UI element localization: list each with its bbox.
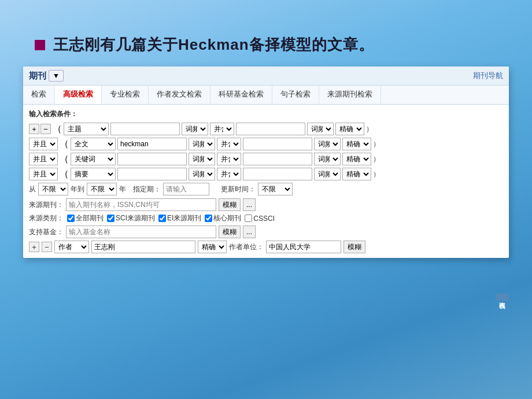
row4-freq1-select[interactable]: 词频: [189, 168, 215, 180]
unit-fuzzy-button[interactable]: 模糊: [343, 241, 365, 253]
source-type-row: 来源类别： 全部期刊 SCI来源期刊 EI来源期刊 核心期刊 CSSCI: [29, 213, 503, 223]
to-label: 年到: [71, 184, 84, 194]
row1-add-button[interactable]: +: [29, 124, 39, 134]
fund-more-button[interactable]: ...: [243, 226, 256, 238]
row4-open-paren: （: [60, 168, 69, 180]
tab-fund[interactable]: 科研基金检索: [210, 86, 272, 104]
update-time-select[interactable]: 不限一周内一月内一年内: [258, 183, 293, 195]
checkbox-sci-input[interactable]: [107, 215, 114, 222]
tab-author[interactable]: 作者发文检索: [149, 86, 210, 104]
search-row-3: 并且或者不含 （ 关键词主题题名摘要全文 词频 并含或含不含 词频 精确模糊 ）: [29, 153, 503, 165]
row1-freq1-select[interactable]: 词频: [182, 123, 208, 135]
row4-op-select[interactable]: 并含或含不含: [217, 168, 241, 180]
from-year-select[interactable]: 不限202420232022: [38, 183, 68, 195]
row1-keyword2-input[interactable]: [236, 123, 305, 135]
date-filter-row: 从 不限202420232022 年到 不限202420232022 年 指定期…: [29, 183, 503, 195]
row2-field-select[interactable]: 全文主题题名关键词摘要: [71, 138, 116, 150]
checkbox-all-journals-input[interactable]: [67, 215, 75, 222]
title-text: 王志刚有几篇关于Heckman备择模型的文章。: [53, 35, 374, 55]
panel-title: 期刊: [29, 71, 46, 82]
row4-field-select[interactable]: 摘要主题题名关键词全文: [71, 168, 116, 180]
row1-op-select[interactable]: 并含或含不含: [210, 123, 234, 135]
from-label: 从: [29, 184, 36, 194]
panel-nav-link[interactable]: 期刊导航: [473, 71, 503, 81]
search-row-1: + − （ 主题题名关键词摘要全文 词频 并含或含不含 词频 精确模糊 ）: [29, 123, 503, 135]
row3-keyword1-input[interactable]: [117, 153, 187, 165]
fund-input[interactable]: [66, 226, 216, 238]
row3-op-select[interactable]: 并含或含不含: [217, 153, 241, 165]
tab-advanced[interactable]: 高级检索: [55, 86, 102, 104]
tab-search[interactable]: 检索: [23, 86, 55, 104]
row4-freq2-select[interactable]: 词频: [314, 168, 341, 180]
row4-logic-select[interactable]: 并且或者不含: [29, 168, 58, 180]
checkbox-sci[interactable]: SCI来源期刊: [107, 213, 155, 223]
row2-freq2-select[interactable]: 词频: [314, 138, 341, 150]
checkbox-ei-input[interactable]: [158, 215, 166, 222]
author-match-select[interactable]: 精确模糊: [198, 241, 227, 253]
year-label: 年: [119, 184, 126, 194]
section-label: 输入检索条件：: [29, 109, 503, 119]
author-remove-button[interactable]: −: [42, 242, 52, 252]
row4-match-select[interactable]: 精确模糊: [342, 168, 371, 180]
author-field-select[interactable]: 作者第一作者通讯作者: [54, 241, 89, 253]
row4-close-paren: ）: [373, 169, 380, 179]
source-journal-fuzzy-button[interactable]: 模糊: [219, 198, 241, 211]
row3-field-select[interactable]: 关键词主题题名摘要全文: [71, 153, 116, 165]
row2-open-paren: （: [60, 138, 69, 150]
row1-open-paren: （: [53, 123, 62, 135]
designated-input[interactable]: [163, 183, 209, 195]
row1-freq2-select[interactable]: 词频: [307, 123, 334, 135]
author-row: + − 作者第一作者通讯作者 精确模糊 作者单位： 模糊: [29, 241, 503, 253]
checkbox-all-journals[interactable]: 全部期刊: [67, 213, 104, 223]
checkbox-core[interactable]: 核心期刊: [205, 213, 241, 223]
author-add-button[interactable]: +: [29, 242, 39, 252]
source-journal-row: 来源期刊： 模糊 ...: [29, 198, 503, 211]
row1-keyword1-input[interactable]: [110, 123, 180, 135]
tab-source-journal[interactable]: 来源期刊检索: [319, 86, 381, 104]
checkbox-cssci-input[interactable]: [245, 215, 252, 222]
title-area: 王志刚有几篇关于Heckman备择模型的文章。: [0, 0, 532, 66]
fund-fuzzy-button[interactable]: 模糊: [219, 226, 241, 238]
row2-keyword2-input[interactable]: [243, 138, 312, 150]
row4-keyword1-input[interactable]: [117, 168, 187, 180]
row2-op-select[interactable]: 并含或含不含: [217, 138, 241, 150]
search-form: 输入检索条件： + − （ 主题题名关键词摘要全文 词频 并含或含不含 词频 精…: [23, 105, 509, 258]
row1-close-paren: ）: [366, 124, 373, 134]
tab-professional[interactable]: 专业检索: [102, 86, 149, 104]
row3-freq1-select[interactable]: 词频: [189, 153, 215, 165]
designated-label: 指定期：: [133, 184, 161, 194]
author-input[interactable]: [91, 241, 195, 253]
row1-prefix: + −: [29, 124, 51, 134]
row2-logic-select[interactable]: 并且或者不含: [29, 138, 58, 150]
source-type-label: 来源类别：: [29, 213, 64, 223]
row3-keyword2-input[interactable]: [243, 153, 312, 165]
panel-dropdown-button[interactable]: ▼: [49, 70, 64, 82]
panel-header: 期刊 ▼ 期刊导航: [23, 66, 509, 86]
search-row-2: 并且或者不含 （ 全文主题题名关键词摘要 词频 并含或含不含 词频 精确模糊 ）: [29, 138, 503, 150]
source-journal-input[interactable]: [66, 198, 216, 211]
row2-match-select[interactable]: 精确模糊: [342, 138, 371, 150]
search-row-4: 并且或者不含 （ 摘要主题题名关键词全文 词频 并含或含不含 词频 精确模糊 ）: [29, 168, 503, 180]
tabs-row: 检索 高级检索 专业检索 作者发文检索 科研基金检索 句子检索 来源期刊检索: [23, 86, 509, 105]
row1-match-select[interactable]: 精确模糊: [335, 123, 364, 135]
checkbox-core-input[interactable]: [205, 215, 212, 222]
row3-freq2-select[interactable]: 词频: [314, 153, 341, 165]
online-consult-button[interactable]: 在线咨询: [496, 294, 509, 301]
checkbox-cssci[interactable]: CSSCI: [245, 215, 275, 223]
to-year-select[interactable]: 不限202420232022: [87, 183, 117, 195]
tab-sentence[interactable]: 句子检索: [272, 86, 319, 104]
row2-freq1-select[interactable]: 词频: [189, 138, 215, 150]
row4-keyword2-input[interactable]: [243, 168, 312, 180]
title-bullet: [35, 40, 45, 50]
source-journal-more-button[interactable]: ...: [243, 198, 256, 211]
row3-match-select[interactable]: 精确模糊: [342, 153, 371, 165]
checkbox-ei[interactable]: EI来源期刊: [158, 213, 201, 223]
panel-title-group: 期刊 ▼: [29, 70, 64, 82]
unit-input[interactable]: [266, 241, 341, 253]
row1-remove-button[interactable]: −: [40, 124, 51, 134]
row2-keyword1-input[interactable]: [117, 138, 187, 150]
row3-logic-select[interactable]: 并且或者不含: [29, 153, 58, 165]
row3-close-paren: ）: [373, 154, 380, 164]
row1-field-select[interactable]: 主题题名关键词摘要全文: [64, 123, 109, 135]
source-journal-label: 来源期刊：: [29, 200, 64, 210]
